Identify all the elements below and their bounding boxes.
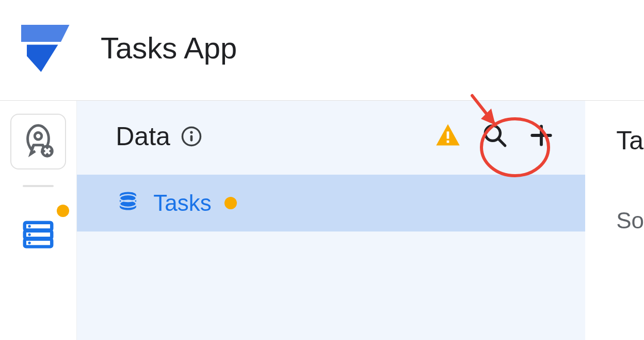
app-header: Tasks App	[0, 0, 644, 101]
warning-icon[interactable]	[434, 122, 461, 151]
svg-point-0	[35, 133, 41, 140]
table-row-tasks[interactable]: Tasks	[77, 175, 585, 231]
svg-point-5	[28, 225, 31, 227]
main-area: Data	[0, 101, 644, 340]
info-icon[interactable]	[181, 126, 202, 147]
detail-row-fragment: So	[616, 191, 644, 234]
svg-point-6	[28, 233, 31, 236]
svg-point-9	[190, 131, 192, 134]
table-detail-panel: Ta So	[585, 101, 644, 340]
data-source-icon	[116, 190, 140, 217]
data-panel-header: Data	[77, 101, 585, 175]
appsheet-logo-icon	[15, 22, 72, 73]
table-name-label: Tasks	[153, 190, 211, 216]
rocket-icon	[20, 122, 56, 161]
data-panel: Data	[77, 101, 585, 340]
svg-rect-10	[190, 135, 193, 141]
nav-data-item[interactable]	[10, 208, 66, 264]
detail-header-fragment: Ta	[616, 101, 644, 191]
status-dot-icon	[224, 197, 237, 209]
nav-deploy-item[interactable]	[10, 114, 66, 169]
rail-divider	[23, 185, 54, 187]
data-panel-title: Data	[116, 121, 170, 151]
svg-line-14	[498, 139, 505, 146]
svg-rect-11	[447, 131, 449, 138]
svg-rect-12	[447, 141, 449, 143]
data-panel-actions	[434, 122, 554, 151]
database-icon	[20, 217, 56, 255]
notification-dot-icon	[57, 205, 69, 217]
svg-point-7	[28, 241, 31, 244]
search-icon[interactable]	[482, 122, 508, 150]
add-table-button[interactable]	[528, 122, 554, 150]
app-title: Tasks App	[101, 30, 237, 65]
left-nav-rail	[0, 101, 77, 340]
